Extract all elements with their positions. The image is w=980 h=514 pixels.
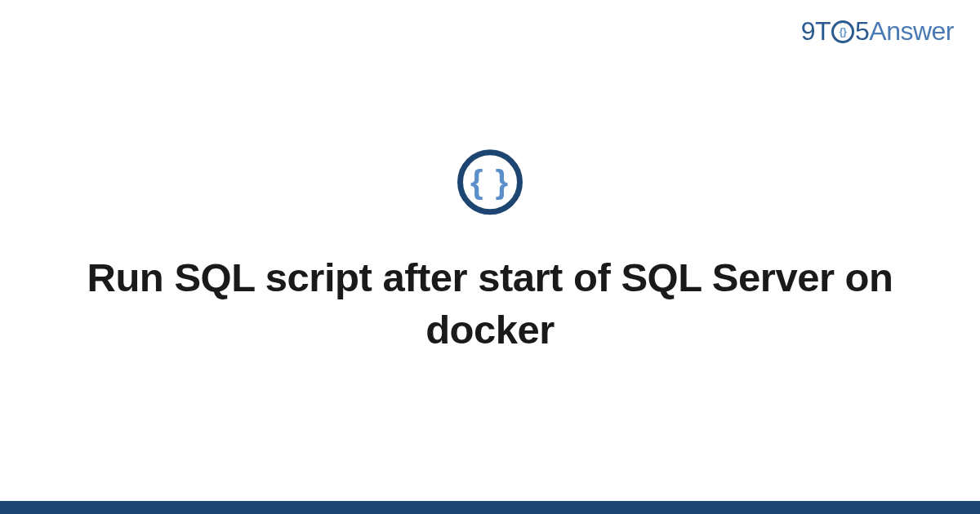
logo-clock-inner: {} (839, 26, 846, 37)
code-braces-icon: { } (457, 149, 523, 215)
site-logo: 9 T {} 5 Answer (801, 16, 954, 47)
logo-part-answer: Answer (869, 16, 954, 47)
logo-part-five: 5 (855, 16, 869, 47)
main-content: { } Run SQL script after start of SQL Se… (0, 149, 980, 356)
logo-part-nine: 9 (801, 16, 815, 47)
footer-accent-bar (0, 501, 980, 514)
braces-glyph: { } (470, 166, 510, 198)
logo-clock-icon: {} (831, 20, 854, 43)
logo-part-t: T (815, 16, 831, 47)
page-title: Run SQL script after start of SQL Server… (49, 252, 931, 356)
